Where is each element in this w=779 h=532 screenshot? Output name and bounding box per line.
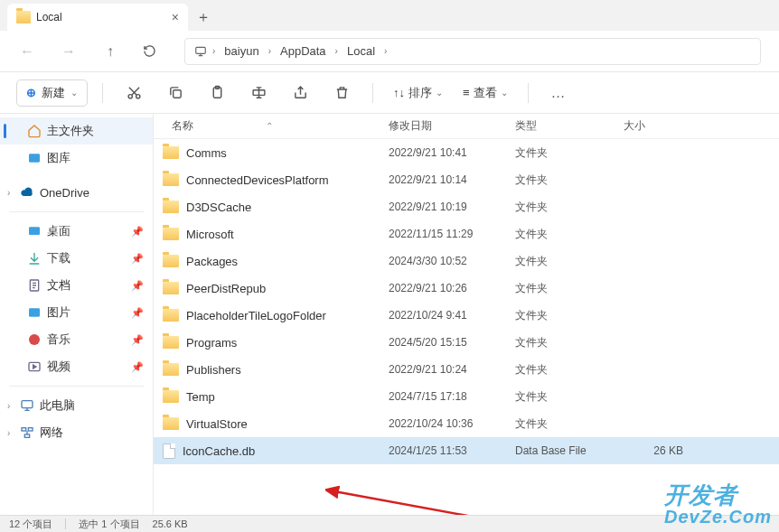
sidebar-quick-item[interactable]: 图片📌 [0, 299, 153, 326]
svg-rect-10 [29, 308, 40, 316]
cut-button[interactable] [117, 79, 150, 107]
status-bar: 12 个项目 选中 1 个项目 25.6 KB [0, 515, 779, 532]
file-row[interactable]: Packages2024/3/30 10:52文件夹 [154, 247, 779, 275]
col-date[interactable]: 修改日期 [389, 118, 515, 134]
file-name: Comms [186, 146, 227, 160]
chevron-right-icon: › [7, 428, 10, 438]
sidebar-thispc[interactable]: › 此电脑 [0, 392, 153, 419]
file-row[interactable]: IconCache.db2024/1/25 11:53Data Base Fil… [154, 437, 779, 464]
up-button[interactable]: ↑ [101, 43, 119, 60]
sidebar-network-label: 网络 [40, 425, 63, 441]
file-type: 文件夹 [515, 335, 624, 350]
forward-button[interactable]: → [60, 43, 78, 60]
sidebar-quick-item[interactable]: 文档📌 [0, 272, 153, 299]
rename-button[interactable] [242, 79, 275, 107]
paste-button[interactable] [201, 79, 233, 107]
col-type[interactable]: 类型 [515, 118, 624, 134]
new-label: 新建 [42, 85, 65, 101]
file-name: ConnectedDevicesPlatform [186, 173, 329, 187]
home-icon [27, 124, 42, 138]
crumb-0[interactable]: baiyun [221, 42, 262, 60]
svg-rect-8 [29, 227, 40, 235]
file-row[interactable]: D3DSCache2022/9/21 10:19文件夹 [154, 193, 779, 220]
folder-icon [163, 255, 179, 267]
sort-asc-icon: ⌃ [266, 121, 273, 131]
view-button[interactable]: ≡ 查看 ⌄ [457, 85, 513, 101]
back-button[interactable]: ← [18, 43, 36, 60]
file-name: Microsoft [186, 228, 234, 241]
copy-button[interactable] [159, 79, 192, 107]
pin-icon: 📌 [131, 334, 144, 346]
new-button[interactable]: ⊕ 新建 ⌄ [16, 79, 88, 107]
sort-button[interactable]: ↑↓ 排序 ⌄ [388, 85, 448, 101]
sidebar-gallery-label: 图库 [47, 150, 70, 166]
sort-icon: ↑↓ [393, 86, 405, 99]
file-date: 2022/9/21 10:41 [389, 146, 515, 159]
file-row[interactable]: Temp2024/7/15 17:18文件夹 [154, 383, 779, 410]
file-type: 文件夹 [515, 281, 624, 296]
sidebar-quick-item[interactable]: 桌面📌 [0, 218, 153, 245]
file-row[interactable]: PeerDistRepub2022/9/21 10:26文件夹 [154, 275, 779, 302]
crumb-1[interactable]: AppData [277, 42, 330, 60]
svg-point-2 [136, 95, 139, 98]
share-button[interactable] [284, 79, 316, 107]
sidebar-quick-item[interactable]: 视频📌 [0, 353, 153, 380]
file-date: 2022/11/15 11:29 [389, 228, 515, 240]
sidebar-home[interactable]: 主文件夹 [0, 117, 153, 145]
col-size[interactable]: 大小 [624, 118, 696, 134]
file-name: Temp [186, 390, 215, 404]
status-selected: 选中 1 个项目 [79, 518, 139, 531]
file-row[interactable]: Comms2022/9/21 10:41文件夹 [154, 139, 779, 166]
folder-icon [163, 228, 179, 240]
file-name: PeerDistRepub [186, 282, 266, 295]
file-type: 文件夹 [515, 145, 624, 161]
file-row[interactable]: ConnectedDevicesPlatform2022/9/21 10:14文… [154, 166, 779, 193]
file-row[interactable]: Microsoft2022/11/15 11:29文件夹 [154, 220, 779, 247]
delete-button[interactable] [325, 79, 358, 107]
cloud-icon [20, 185, 34, 200]
monitor-icon [194, 45, 207, 58]
sidebar-onedrive[interactable]: › OneDrive [0, 179, 153, 206]
col-name[interactable]: 名称⌃ [154, 118, 389, 134]
folder-icon [16, 10, 31, 24]
new-tab-button[interactable]: ＋ [188, 4, 219, 31]
chevron-down-icon: ⌄ [436, 88, 443, 98]
chevron-right-icon: › [384, 46, 387, 56]
file-date: 2022/9/21 10:26 [389, 282, 515, 294]
watermark: 开发者 DevZe.Com [664, 483, 772, 527]
quick-label: 视频 [47, 359, 70, 375]
sidebar-gallery[interactable]: 图库 [0, 145, 153, 172]
folder-icon [163, 173, 179, 186]
chevron-down-icon: ⌄ [501, 88, 508, 98]
file-type: 文件夹 [515, 200, 624, 215]
chevron-right-icon: › [212, 46, 215, 56]
close-icon[interactable]: × [172, 10, 179, 24]
sidebar-quick-item[interactable]: 下载📌 [0, 245, 153, 272]
folder-icon [163, 146, 179, 159]
quick-label: 桌面 [47, 223, 70, 239]
chevron-down-icon: ⌄ [70, 88, 78, 98]
sidebar-network[interactable]: › 网络 [0, 419, 153, 446]
quick-icon [27, 305, 42, 320]
file-type: 文件夹 [515, 416, 624, 432]
file-row[interactable]: Publishers2022/9/21 10:24文件夹 [154, 356, 779, 383]
crumb-2[interactable]: Local [343, 42, 379, 60]
sidebar-quick-item[interactable]: 音乐📌 [0, 326, 153, 353]
refresh-button[interactable] [143, 44, 161, 58]
file-date: 2024/5/20 15:15 [389, 336, 515, 349]
pin-icon: 📌 [131, 253, 144, 265]
quick-label: 音乐 [47, 331, 70, 348]
file-row[interactable]: VirtualStore2022/10/24 10:36文件夹 [154, 410, 779, 437]
file-type: 文件夹 [515, 254, 624, 269]
quick-icon [27, 332, 42, 347]
file-row[interactable]: PlaceholderTileLogoFolder2022/10/24 9:41… [154, 302, 779, 329]
file-row[interactable]: Programs2024/5/20 15:15文件夹 [154, 329, 779, 356]
svg-rect-15 [28, 428, 33, 431]
folder-icon [163, 336, 179, 349]
svg-rect-16 [24, 434, 29, 437]
breadcrumb[interactable]: › baiyun › AppData › Local › [184, 38, 761, 65]
tab-local[interactable]: Local × [7, 4, 188, 31]
more-button[interactable]: … [543, 79, 576, 107]
annotation-arrow [325, 486, 560, 515]
file-size: 26 KB [624, 444, 696, 457]
